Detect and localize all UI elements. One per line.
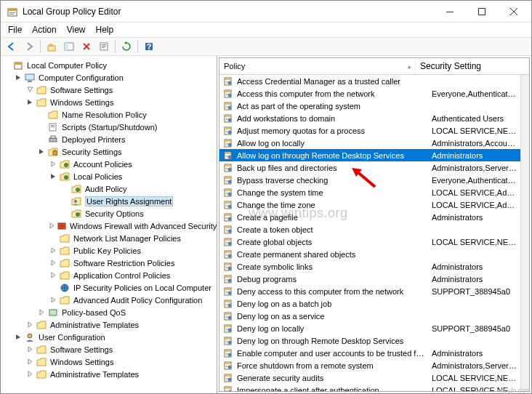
expand-icon[interactable] bbox=[49, 296, 57, 305]
policy-row[interactable]: Access this computer from the networkEve… bbox=[219, 87, 520, 100]
help-button[interactable]: ? bbox=[141, 39, 157, 55]
menu-file[interactable]: File bbox=[4, 23, 26, 36]
expand-icon[interactable] bbox=[37, 308, 46, 317]
policy-row[interactable]: Create a token object bbox=[219, 223, 520, 236]
svg-point-91 bbox=[228, 229, 232, 233]
svg-rect-16 bbox=[102, 46, 106, 47]
tree-local-policies[interactable]: Local Policies bbox=[47, 170, 217, 182]
tree-uc-windows[interactable]: Windows Settings bbox=[24, 355, 217, 368]
policy-row[interactable]: Change the time zoneLOCAL SERVICE,Admini… bbox=[219, 198, 520, 211]
tree-pane[interactable]: Local Computer Policy Computer Configura… bbox=[1, 56, 217, 393]
column-policy[interactable]: Policy▴ bbox=[219, 58, 416, 74]
tree-cc-windows[interactable]: Windows Settings bbox=[24, 96, 217, 108]
policy-row[interactable]: Debug programsAdministrators bbox=[219, 273, 520, 285]
tree-account-policies[interactable]: Account Policies bbox=[47, 158, 217, 170]
policy-row[interactable]: Add workstations to domainAuthenticated … bbox=[219, 112, 520, 124]
tree-user-config[interactable]: User Configuration bbox=[12, 331, 217, 343]
column-security-setting[interactable]: Security Setting bbox=[416, 58, 529, 74]
expand-icon[interactable] bbox=[25, 358, 34, 366]
tree-windows-firewall[interactable]: Windows Firewall with Advanced Security bbox=[47, 220, 217, 232]
refresh-button[interactable] bbox=[118, 39, 134, 55]
svg-rect-142 bbox=[225, 387, 230, 389]
tree-scripts[interactable]: Scripts (Startup/Shutdown) bbox=[36, 121, 217, 133]
policy-setting: Authenticated Users bbox=[427, 114, 517, 123]
collapse-icon[interactable] bbox=[37, 148, 46, 156]
tree-srp[interactable]: Software Restriction Policies bbox=[47, 257, 217, 269]
tree-cc-admin[interactable]: Administrative Templates bbox=[24, 318, 217, 331]
policy-name: Change the time zone bbox=[237, 201, 427, 209]
collapse-icon[interactable] bbox=[14, 333, 23, 342]
policy-item-icon bbox=[222, 361, 234, 371]
policy-row[interactable]: Allow log on locallyAdministrators,Accou… bbox=[219, 137, 520, 149]
collapse-icon[interactable] bbox=[49, 172, 57, 181]
tree-public-key[interactable]: Public Key Policies bbox=[47, 244, 217, 257]
tree-aapc[interactable]: Advanced Audit Policy Configuration bbox=[47, 294, 217, 306]
policy-row[interactable]: Create global objectsLOCAL SERVICE,NETWO… bbox=[219, 236, 520, 248]
policy-row[interactable]: Change the system timeLOCAL SERVICE,Admi… bbox=[219, 186, 520, 198]
properties-button[interactable] bbox=[96, 39, 112, 55]
svg-point-34 bbox=[76, 212, 80, 217]
policy-row[interactable]: Create permanent shared objects bbox=[219, 248, 520, 260]
policy-row[interactable]: Act as part of the operating system bbox=[219, 100, 520, 112]
policy-row[interactable]: Deny log on locallySUPPORT_388945a0 bbox=[219, 322, 520, 334]
collapse-icon[interactable] bbox=[14, 73, 23, 82]
tree-nrp[interactable]: Name Resolution Policy bbox=[36, 108, 217, 121]
svg-point-52 bbox=[226, 105, 228, 108]
menu-view[interactable]: View bbox=[63, 23, 90, 36]
policy-row[interactable]: Create symbolic linksAdministrators bbox=[219, 260, 520, 273]
policy-row[interactable]: Impersonate a client after authenticatio… bbox=[219, 384, 520, 391]
policy-row[interactable]: Adjust memory quotas for a processLOCAL … bbox=[219, 124, 520, 137]
maximize-button[interactable] bbox=[466, 1, 498, 22]
policy-row[interactable]: Deny log on through Remote Desktop Servi… bbox=[219, 334, 520, 347]
tree-policy-qos[interactable]: Policy-based QoS bbox=[36, 306, 217, 318]
tree-ipsec[interactable]: IP Security Policies on Local Computer bbox=[47, 281, 217, 294]
policy-row[interactable]: Enable computer and user accounts to be … bbox=[219, 347, 520, 359]
policy-row[interactable]: Bypass traverse checkingEveryone,Authent… bbox=[219, 174, 520, 186]
policy-setting: Administrators,Server O... bbox=[427, 164, 517, 172]
tree-cc-software[interactable]: Software Settings bbox=[24, 84, 217, 96]
svg-point-88 bbox=[226, 217, 228, 219]
menu-help[interactable]: Help bbox=[92, 23, 118, 36]
policy-row[interactable]: Back up files and directoriesAdministrat… bbox=[219, 161, 520, 174]
tree-acp[interactable]: Application Control Policies bbox=[47, 269, 217, 281]
policy-row[interactable]: Access Credential Manager as a trusted c… bbox=[219, 75, 520, 87]
collapse-icon[interactable] bbox=[25, 98, 34, 107]
menu-action[interactable]: Action bbox=[28, 23, 60, 36]
tree-computer-config[interactable]: Computer Configuration bbox=[12, 71, 217, 84]
expand-icon[interactable] bbox=[25, 86, 34, 95]
policy-list[interactable]: www.wintips.org Access Credential Manage… bbox=[219, 75, 520, 391]
tree-uc-admin[interactable]: Administrative Templates bbox=[24, 368, 217, 380]
expand-icon[interactable] bbox=[49, 259, 57, 268]
tree-security-options[interactable]: Security Options bbox=[59, 207, 217, 220]
policy-row[interactable]: Deny log on as a batch job bbox=[219, 297, 520, 310]
tree-printers[interactable]: Deployed Printers bbox=[36, 133, 217, 145]
expand-icon[interactable] bbox=[25, 370, 34, 379]
policy-row[interactable]: Force shutdown from a remote systemAdmin… bbox=[219, 359, 520, 371]
policy-row[interactable]: Create a pagefileAdministrators bbox=[219, 211, 520, 223]
tree-uc-software[interactable]: Software Settings bbox=[24, 343, 217, 355]
policy-row[interactable]: Deny access to this computer from the ne… bbox=[219, 285, 520, 297]
expand-icon[interactable] bbox=[49, 246, 57, 255]
expand-icon[interactable] bbox=[49, 160, 57, 169]
policy-row[interactable]: Generate security auditsLOCAL SERVICE,NE… bbox=[219, 371, 520, 384]
policy-name: Create a token object bbox=[237, 225, 427, 234]
expand-icon[interactable] bbox=[25, 345, 34, 354]
delete-button[interactable] bbox=[78, 39, 94, 55]
policy-row[interactable]: Allow log on through Remote Desktop Serv… bbox=[219, 149, 520, 161]
vertical-scrollbar[interactable] bbox=[520, 75, 529, 391]
back-button[interactable] bbox=[4, 39, 20, 55]
tree-audit-policy[interactable]: Audit Policy bbox=[59, 182, 217, 195]
tree-security-settings[interactable]: Security Settings bbox=[36, 145, 217, 158]
policy-row[interactable]: Deny log on as a service bbox=[219, 310, 520, 322]
expand-icon[interactable] bbox=[25, 321, 34, 329]
tree-user-rights-assignment[interactable]: User Rights Assignment bbox=[59, 195, 217, 207]
forward-button[interactable] bbox=[21, 39, 37, 55]
expand-icon[interactable] bbox=[49, 222, 55, 230]
minimize-button[interactable] bbox=[434, 1, 466, 22]
tree-root[interactable]: Local Computer Policy bbox=[1, 59, 217, 71]
close-button[interactable] bbox=[498, 1, 530, 22]
show-hide-tree-button[interactable] bbox=[61, 39, 77, 55]
up-button[interactable] bbox=[44, 39, 60, 55]
expand-icon[interactable] bbox=[49, 271, 57, 280]
tree-nlmp[interactable]: Network List Manager Policies bbox=[47, 232, 217, 244]
